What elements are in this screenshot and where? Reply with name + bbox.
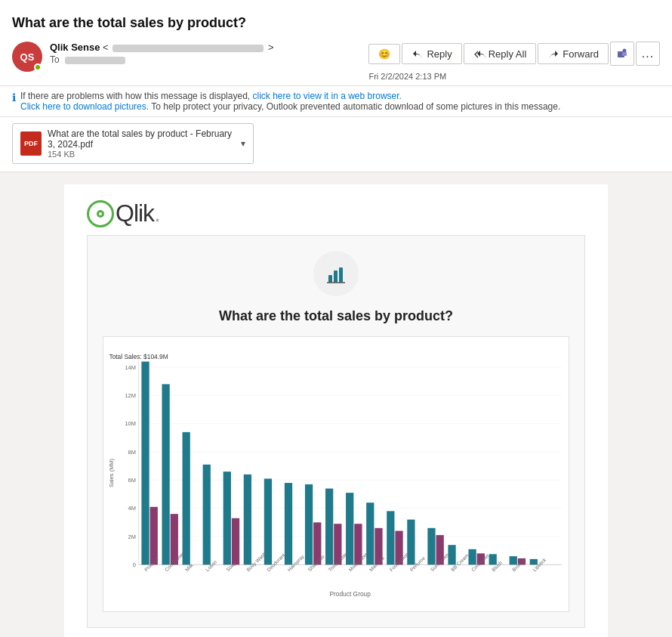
qlik-logo-circle-inner [97,210,104,218]
svg-rect-51 [468,549,476,565]
svg-rect-41 [346,493,353,564]
emoji-button[interactable]: 😊 [368,44,400,64]
svg-text:2M: 2M [128,533,136,540]
sender-details: Qlik Sense < > To [50,42,274,65]
chart-icon-area [103,251,569,296]
attachment-bar: PDF What are the total sales by product … [0,117,672,172]
svg-rect-4 [334,271,338,283]
email-header: What are the total sales by product? QS … [0,0,672,86]
info-icon: ℹ [12,91,16,104]
sender-name-line: Qlik Sense < > [50,42,274,53]
svg-rect-33 [232,518,239,565]
reply-all-icon [473,48,486,60]
chart-icon-circle [313,251,359,296]
svg-rect-5 [339,267,343,283]
svg-text:4M: 4M [128,505,136,512]
svg-text:Sales (MM): Sales (MM) [108,458,115,487]
to-line: To [50,54,274,65]
info-text: If there are problems with how this mess… [20,91,560,112]
svg-text:Product Group: Product Group [329,590,371,598]
attachment-size: 154 KB [48,150,235,159]
chart-card: What are the total sales by product? Tot… [87,235,585,628]
svg-rect-32 [223,472,231,564]
svg-point-1 [623,49,627,53]
to-redacted [65,57,125,64]
svg-rect-39 [325,489,333,565]
svg-rect-3 [328,275,332,283]
svg-rect-35 [264,478,272,564]
info-bar: ℹ If there are problems with how this me… [0,86,672,117]
pdf-icon: PDF [20,131,42,156]
svg-text:6M: 6M [128,477,136,484]
attachment-item[interactable]: PDF What are the total sales by product … [12,123,254,164]
svg-rect-47 [407,520,415,565]
teams-button[interactable] [610,42,634,66]
svg-rect-30 [183,432,190,564]
forward-icon [547,48,559,60]
email-subject: What are the total sales by product? [12,8,660,37]
bar-chart-icon [324,261,348,286]
chevron-down-icon: ▾ [241,138,245,149]
svg-rect-2 [622,52,627,56]
total-sales-label: Total Sales: $104.9M [109,353,168,360]
attachment-details: What are the total sales by product - Fe… [48,128,235,159]
svg-rect-28 [162,384,169,564]
more-button[interactable]: ... [636,42,660,66]
qlik-logo: Qlik . [87,199,585,227]
email-content: Qlik . What are the total sales by produ… [64,184,608,637]
qlik-logo-area: Qlik . [64,184,608,235]
svg-rect-36 [285,483,292,564]
svg-rect-50 [448,545,455,564]
reply-icon [412,48,424,60]
svg-rect-48 [427,528,435,565]
svg-rect-37 [305,484,313,564]
forward-button[interactable]: Forward [538,43,609,64]
svg-text:0: 0 [133,561,136,568]
svg-text:14M: 14M [125,364,136,371]
svg-text:12M: 12M [125,392,136,399]
sender-row: QS Qlik Sense < > To 😊 [12,37,660,85]
svg-text:10M: 10M [125,420,136,427]
svg-rect-34 [244,475,251,564]
email-date: Fri 2/2/2024 2:13 PM [368,72,446,81]
view-in-browser-link[interactable]: click here to view it in a web browser. [252,91,401,101]
reply-button[interactable]: Reply [402,43,461,64]
svg-rect-26 [141,362,149,565]
date-row: 😊 Reply Reply All [368,42,660,81]
svg-rect-31 [203,465,211,565]
teams-icon [616,48,628,60]
download-pictures-link[interactable]: Click here to download pictures. [20,101,149,112]
svg-rect-45 [387,511,394,564]
attachment-name: What are the total sales by product - Fe… [48,128,235,150]
reply-all-button[interactable]: Reply All [464,43,537,64]
sender-email-redacted [113,45,264,52]
svg-text:8M: 8M [128,449,136,456]
chart-title: What are the total sales by product? [103,308,569,324]
email-toolbar: 😊 Reply Reply All [368,42,660,66]
svg-rect-27 [150,507,158,565]
avatar-status [34,63,42,71]
bar-chart-svg: Total Sales: $104.9M 0 2M 4M [103,337,569,609]
qlik-logo-circle [87,200,114,227]
email-body: Qlik . What are the total sales by produ… [0,172,672,637]
sender-info-area: QS Qlik Sense < > To [12,42,274,72]
svg-chart-wrapper: Total Sales: $104.9M 0 2M 4M [103,336,569,612]
qlik-logo-text: Qlik [116,199,154,227]
sender-name: Qlik Sense [50,42,100,53]
avatar: QS [12,42,42,72]
